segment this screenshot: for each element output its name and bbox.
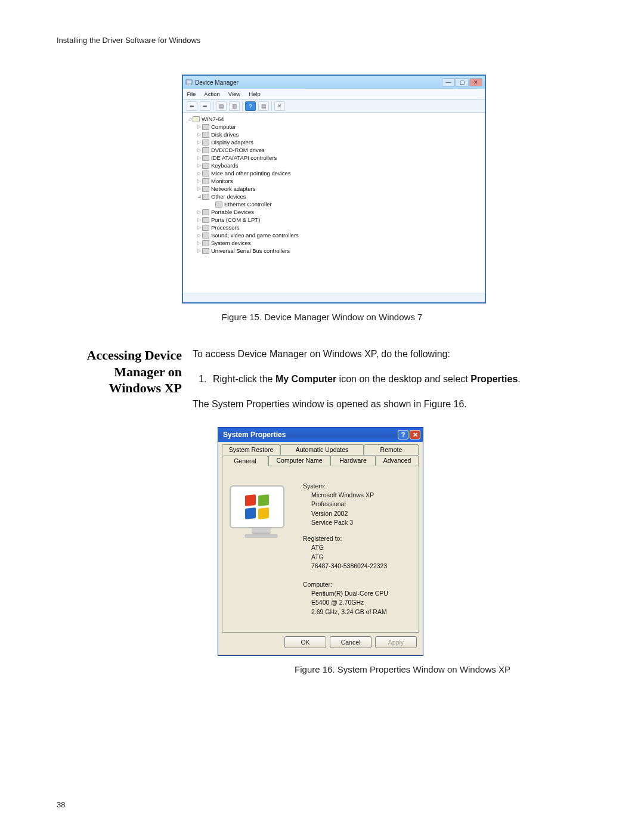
disk-icon [202,132,209,138]
computer-icon [202,124,209,130]
tree-root[interactable]: ⊿ WIN7-64 [184,115,484,123]
tree-node-label: Disk drives [211,131,239,138]
device-tree[interactable]: ⊿ WIN7-64 ▷Computer▷Disk drives▷Display … [183,113,485,293]
tree-node[interactable]: ▷Keyboards [184,162,484,169]
expand-icon[interactable]: ▷ [196,217,202,222]
menu-help[interactable]: Help [249,91,261,97]
forward-icon[interactable]: ➡ [200,101,210,111]
tab-advanced[interactable]: Advanced [376,455,419,466]
monitor-icon [202,178,209,184]
tree-node-label: Network adapters [211,185,255,192]
menu-file[interactable]: File [187,91,196,97]
menu-action[interactable]: Action [204,91,219,97]
tree-node[interactable]: ▷Processors [184,224,484,231]
tree-node[interactable]: ⊿Other devices [184,193,484,200]
step-1: Right-click the My Computer icon on the … [209,372,587,386]
tree-node[interactable]: Ethernet Controller [184,200,484,208]
svg-rect-0 [186,80,192,84]
tree-node-label: Sound, video and game controllers [211,232,299,239]
tree-node[interactable]: ▷Portable Devices [184,208,484,216]
tree-node[interactable]: ▷System devices [184,239,484,247]
intro-paragraph: To access Device Manager on Windows XP, … [193,347,587,361]
devmgr-toolbar: ⬅ ➡ ▤ ▥ ? ▤ ✕ [183,100,485,113]
processor-icon [202,225,209,231]
tree-node[interactable]: ▷Display adapters [184,138,484,146]
scan-icon[interactable]: ▥ [229,101,240,111]
expand-icon[interactable]: ▷ [196,248,202,253]
tree-node[interactable]: ▷Sound, video and game controllers [184,231,484,239]
display-icon [202,140,209,145]
maximize-button[interactable]: ▢ [456,78,469,86]
cancel-button[interactable]: Cancel [330,636,371,648]
tree-node-label: Universal Serial Bus controllers [211,247,290,254]
expand-icon[interactable]: ▷ [196,155,202,160]
tab-system-restore[interactable]: System Restore [222,444,280,455]
svg-rect-1 [187,84,191,85]
help-button[interactable]: ? [398,430,408,439]
expand-icon[interactable]: ▷ [196,163,202,168]
expand-icon[interactable]: ▷ [196,209,202,215]
devmgr-statusbar [183,293,485,302]
update-icon[interactable]: ▤ [258,101,269,111]
collapse-icon[interactable]: ⊿ [196,194,202,199]
windows-monitor-icon [230,485,292,627]
properties-icon[interactable]: ▤ [216,101,227,111]
tab-hardware[interactable]: Hardware [330,455,376,466]
system-info: System: Microsoft Windows XP Professiona… [303,471,388,627]
tab-automatic-updates[interactable]: Automatic Updates [280,444,364,455]
tree-node[interactable]: ▷Computer [184,123,484,131]
expand-icon[interactable]: ▷ [196,233,202,238]
tree-node-label: Other devices [211,193,246,200]
system-icon [202,240,209,246]
expand-icon[interactable]: ▷ [196,186,202,191]
ports-icon [202,217,209,223]
tree-node-label: Mice and other pointing devices [211,170,291,176]
figure-15-caption: Figure 15. Device Manager Window on Wind… [57,312,587,322]
section-heading: Accessing Device Manager on Windows XP [57,347,182,422]
back-icon[interactable]: ⬅ [187,101,197,111]
tree-node-label: Ports (COM & LPT) [211,216,260,223]
tree-node[interactable]: ▷Universal Serial Bus controllers [184,247,484,255]
portable-icon [202,209,209,215]
dialog-buttons: OK Cancel Apply [222,633,419,651]
ide-icon [202,155,209,161]
apply-button[interactable]: Apply [375,636,417,648]
expand-icon[interactable]: ▷ [196,171,202,176]
expand-icon[interactable]: ▷ [196,240,202,246]
tab-remote[interactable]: Remote [364,444,419,455]
tree-node[interactable]: ▷IDE ATA/ATAPI controllers [184,154,484,162]
tab-general[interactable]: General [222,456,268,466]
help-icon[interactable]: ? [245,101,256,111]
tree-node[interactable]: ▷Network adapters [184,185,484,193]
tab-general-content: System: Microsoft Windows XP Professiona… [222,466,419,633]
tabs-row-1: System Restore Automatic Updates Remote [222,444,419,455]
ok-button[interactable]: OK [284,636,326,648]
close-button[interactable]: ✕ [469,78,482,86]
tree-node[interactable]: ▷Disk drives [184,131,484,138]
expand-icon[interactable]: ▷ [196,132,202,137]
devmgr-titlebar: Device Manager — ▢ ✕ [183,76,485,89]
computer-root-icon [193,116,200,122]
expand-icon[interactable]: ▷ [196,225,202,230]
minimize-button[interactable]: — [442,78,455,86]
tab-computer-name[interactable]: Computer Name [268,455,330,466]
expand-icon[interactable]: ▷ [196,178,202,184]
tree-node[interactable]: ▷Mice and other pointing devices [184,169,484,177]
tree-node[interactable]: ▷Ports (COM & LPT) [184,216,484,224]
ethernet-icon [215,202,222,208]
dvd-icon [202,147,209,153]
tree-node[interactable]: ▷DVD/CD-ROM drives [184,146,484,154]
tree-node-label: DVD/CD-ROM drives [211,147,265,153]
devmgr-title: Device Manager [195,79,441,86]
close-button[interactable]: ✕ [410,430,420,439]
uninstall-icon[interactable]: ✕ [274,101,285,111]
expand-icon[interactable]: ▷ [196,124,202,129]
tree-node[interactable]: ▷Monitors [184,177,484,185]
expand-icon[interactable]: ▷ [196,140,202,145]
after-paragraph: The System Properties window is opened a… [193,397,587,411]
menu-view[interactable]: View [228,91,240,97]
windows-flag-icon [244,494,270,520]
expand-icon[interactable]: ▷ [196,147,202,153]
tree-node-label: Ethernet Controller [224,201,272,208]
collapse-icon[interactable]: ⊿ [187,116,193,122]
